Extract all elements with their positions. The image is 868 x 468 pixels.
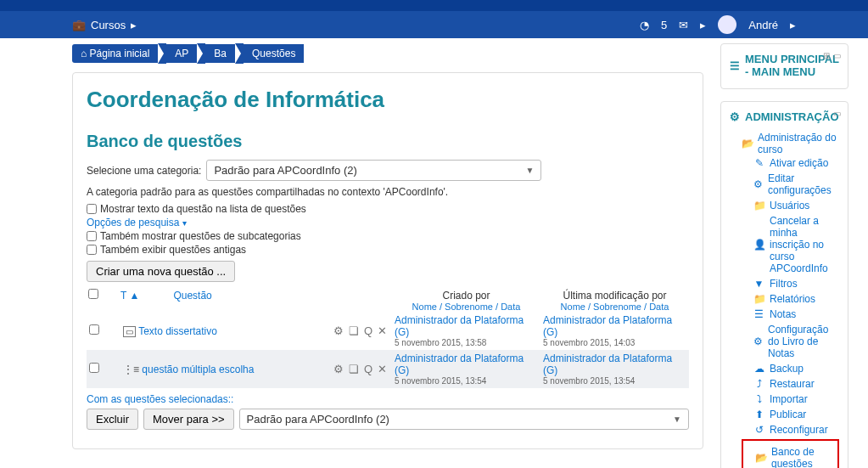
created-by: Administrador da Plataforma (G) <box>395 314 538 338</box>
main-menu-block: ⊞ ▭ ☰ MENU PRINCIPAL - MAIN MENU <box>720 43 848 89</box>
user-name[interactable]: André <box>748 19 778 31</box>
col-type[interactable]: T <box>120 290 126 302</box>
nav-reset[interactable]: Reconfigurar <box>770 424 828 436</box>
modified-by: Administrador da Plataforma (G) <box>543 314 686 338</box>
nav-edit-on[interactable]: Ativar edição <box>770 157 828 169</box>
nav-question-bank[interactable]: Banco de questões <box>771 446 834 468</box>
show-old-questions-label: Também exibir questões antigas <box>100 244 246 256</box>
folder-icon: 📁 <box>753 293 764 305</box>
folder-open-icon: 📂 <box>755 452 766 464</box>
delete-icon[interactable]: ✕ <box>378 324 387 337</box>
select-all-checkbox[interactable] <box>87 289 120 302</box>
reset-icon: ↺ <box>753 424 764 436</box>
move-target-select[interactable]: Padrão para APCoordInfo (2) ▼ <box>239 409 689 430</box>
create-question-button[interactable]: Criar uma nova questão ... <box>87 261 235 282</box>
category-description: A categoria padrão para as questões comp… <box>87 186 689 198</box>
modified-at: 5 novembro 2015, 13:54 <box>543 376 686 386</box>
nav-restore[interactable]: Restaurar <box>770 378 815 390</box>
search-options-link[interactable]: Opções de pesquisa <box>87 217 179 228</box>
collapse-icon[interactable]: ▭ <box>833 109 841 118</box>
nav-edit-settings[interactable]: Editar configurações <box>768 172 839 196</box>
question-link[interactable]: Texto dissertativo <box>138 325 217 337</box>
home-icon: ⌂ <box>81 48 87 59</box>
chevron-right-icon <box>235 43 244 64</box>
nav-unenrol[interactable]: Cancelar a minha inscrição no curso APCo… <box>770 215 839 274</box>
show-old-questions-checkbox[interactable] <box>87 245 97 255</box>
gear-icon[interactable]: ⚙ <box>333 324 344 337</box>
nav-courses[interactable]: Cursos <box>91 19 126 31</box>
essay-icon: ▭ <box>123 326 136 337</box>
nav-gradebook[interactable]: Configuração do Livro de Notas <box>768 324 839 359</box>
modified-at: 5 novembro 2015, 14:03 <box>543 338 686 347</box>
clock-icon[interactable]: ◔ <box>640 19 649 31</box>
nav-users[interactable]: Usuários <box>770 200 809 211</box>
page-title: Coordenação de Informática <box>87 87 689 113</box>
filter-icon: ▼ <box>753 278 764 290</box>
caret-right-icon: ▸ <box>790 19 796 31</box>
msg-count: 5 <box>661 19 667 31</box>
show-question-text-checkbox[interactable] <box>87 204 97 214</box>
envelope-icon[interactable]: ✉ <box>679 19 688 31</box>
question-row: ⋮≡ questão múltipla escolha ⚙ ❏ Q ✕ Admi… <box>87 350 689 388</box>
created-by: Administrador da Plataforma (G) <box>395 352 538 376</box>
col-question[interactable]: Questão <box>173 290 211 302</box>
duplicate-icon[interactable]: ❏ <box>349 363 359 375</box>
gear-icon[interactable]: ⚙ <box>333 363 344 375</box>
briefcase-icon: 💼 <box>72 19 86 31</box>
breadcrumb-item[interactable]: AP <box>166 44 197 63</box>
show-question-text-label: Mostrar texto da questão na lista de que… <box>100 203 306 215</box>
caret-right-icon: ▸ <box>131 19 137 31</box>
nav-filters[interactable]: Filtros <box>770 278 798 290</box>
publish-icon: ⬆ <box>753 409 764 420</box>
col-modified: Última modificação por <box>540 290 689 302</box>
question-link[interactable]: questão múltipla escolha <box>142 364 254 375</box>
include-subcategories-label: Também mostrar questões de subcategorias <box>100 230 301 242</box>
nav-reports[interactable]: Relatórios <box>770 293 815 305</box>
category-select[interactable]: Padrão para APCoordInfo (2) ▼ <box>206 160 541 181</box>
question-row: ▭ Texto dissertativo ⚙ ❏ Q ✕ Administrad… <box>87 312 689 350</box>
gear-icon: ⚙ <box>753 178 763 190</box>
caret-right-icon: ▸ <box>700 19 706 31</box>
created-at: 5 novembro 2015, 13:58 <box>395 338 538 347</box>
duplicate-icon[interactable]: ❏ <box>349 324 359 337</box>
menu-icon: ☰ <box>730 59 740 72</box>
col-created: Criado por <box>392 290 540 302</box>
admin-root[interactable]: Administração do curso <box>758 132 839 155</box>
navbar: 💼 Cursos ▸ ◔ 5 ✉ ▸ André ▸ <box>0 11 868 38</box>
nav-backup[interactable]: Backup <box>770 363 804 375</box>
move-to-button[interactable]: Mover para >> <box>143 409 234 430</box>
highlight-box: 📂Banco de questões 📄Questões 📄Categorias… <box>742 439 839 468</box>
select-category-label: Selecione uma categoria: <box>87 165 201 177</box>
chevron-right-icon <box>197 43 205 64</box>
created-at: 5 novembro 2015, 13:54 <box>395 376 538 386</box>
delete-button[interactable]: Excluir <box>87 409 138 430</box>
breadcrumb-item[interactable]: Questões <box>244 44 304 63</box>
grades-icon: ☰ <box>753 308 764 320</box>
sort-asc-icon: ▲ <box>129 290 139 302</box>
col-sub-modified[interactable]: Nome / Sobrenome / Data <box>540 302 689 312</box>
gear-icon: ⚙ <box>753 335 763 347</box>
cloud-icon: ☁ <box>753 363 764 375</box>
caret-down-icon: ▼ <box>673 414 681 424</box>
row-checkbox[interactable] <box>89 324 99 335</box>
breadcrumb-home[interactable]: ⌂ Página inicial <box>72 44 158 63</box>
row-checkbox[interactable] <box>89 363 99 373</box>
breadcrumb-item[interactable]: Ba <box>205 44 235 63</box>
preview-icon[interactable]: Q <box>364 324 372 337</box>
delete-icon[interactable]: ✕ <box>378 363 387 375</box>
include-subcategories-checkbox[interactable] <box>87 231 97 241</box>
collapse-icon[interactable]: ▭ <box>833 51 841 60</box>
chevron-right-icon <box>158 43 166 64</box>
caret-down-icon: ▾ <box>182 218 187 228</box>
restore-icon: ⤴ <box>753 378 764 390</box>
avatar[interactable] <box>718 15 736 34</box>
category-select-value: Padrão para APCoordInfo (2) <box>214 164 356 177</box>
preview-icon[interactable]: Q <box>364 363 372 375</box>
nav-grades[interactable]: Notas <box>770 308 796 320</box>
move-icon[interactable]: ⊞ <box>823 51 830 60</box>
pencil-icon: ✎ <box>753 157 764 169</box>
nav-import[interactable]: Importar <box>770 393 808 405</box>
nav-publish[interactable]: Publicar <box>770 409 806 420</box>
top-accent-bar <box>0 0 868 11</box>
col-sub-created[interactable]: Nome / Sobrenome / Data <box>392 302 540 312</box>
